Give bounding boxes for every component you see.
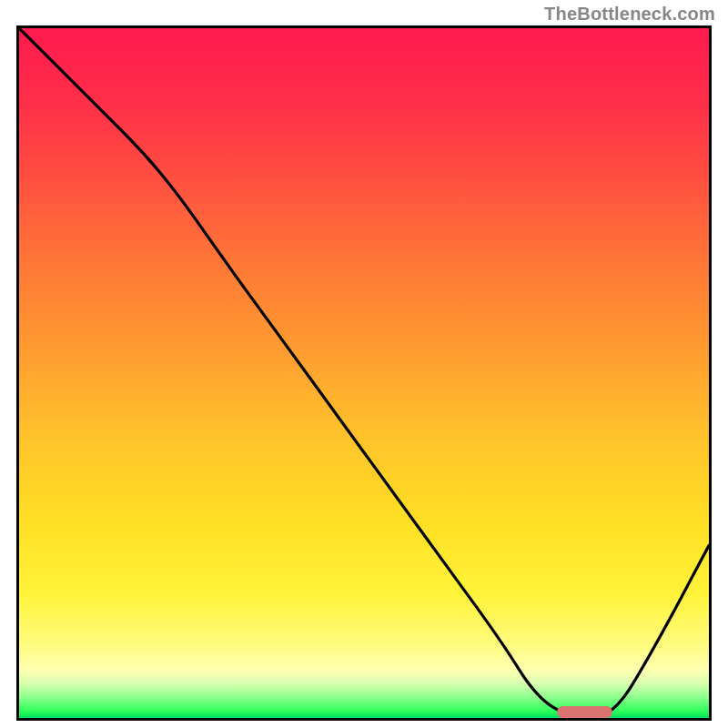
plot-area: [16, 25, 712, 721]
chart-overlay: [19, 28, 709, 718]
optimal-range-marker: [557, 706, 612, 718]
bottleneck-curve: [19, 28, 709, 718]
chart-stage: TheBottleneck.com: [0, 0, 728, 728]
watermark-text: TheBottleneck.com: [544, 4, 715, 25]
